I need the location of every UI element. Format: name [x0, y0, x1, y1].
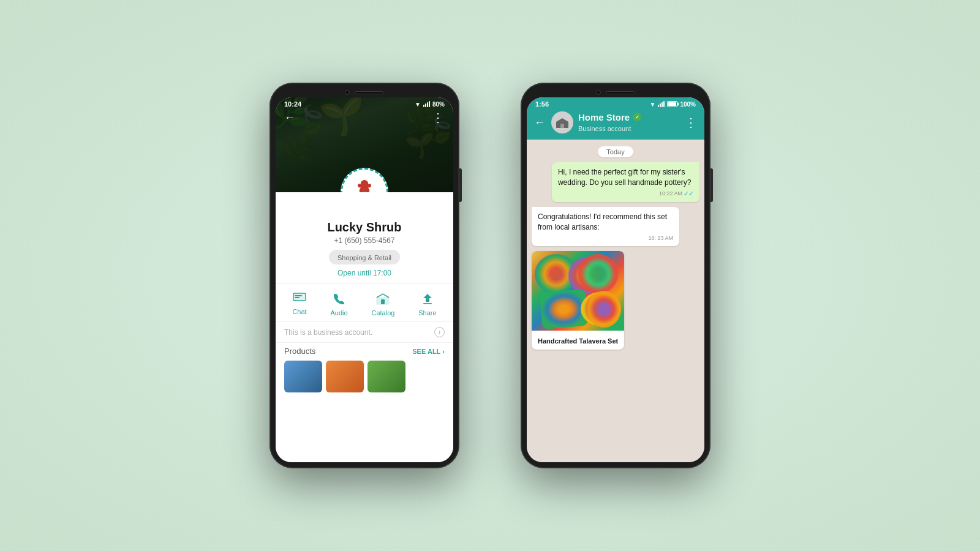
status-bar-phone2: 1:56 ▼ [527, 97, 704, 108]
share-label: Share [418, 309, 436, 317]
business-note-text: This is a business account. [284, 328, 372, 337]
info-icon[interactable]: i [434, 327, 445, 337]
action-buttons: Chat Audio [276, 283, 453, 321]
received-time: 10: 23 AM [649, 235, 674, 241]
more-button-phone1[interactable]: ⋮ [432, 110, 445, 125]
phone-camera [345, 90, 350, 95]
sent-time: 10:22 AM [659, 190, 682, 197]
phone-speaker [355, 91, 384, 94]
business-note-section: This is a business account. i [276, 321, 453, 342]
product-image [532, 251, 624, 331]
signal-bars-phone2 [658, 101, 665, 107]
chat-header-info: Home Store ✓ Business account [578, 112, 680, 133]
phone2-screen: 1:56 ▼ [527, 97, 704, 462]
see-all-button[interactable]: SEE ALL › [412, 348, 445, 355]
product-thumbs [276, 359, 453, 394]
business-name: Lucky Shrub [327, 220, 401, 234]
status-bar-phone1: 10:24 ▼ 80% [276, 97, 453, 108]
date-label: Today [532, 146, 699, 157]
time-phone2: 1:56 [535, 100, 549, 108]
category-tag: Shopping & Retail [329, 250, 400, 264]
sent-ticks: ✓✓ [684, 190, 693, 197]
battery-phone1: 80% [432, 101, 445, 108]
message-sent: Hi, I need the perfect gift for my siste… [552, 162, 699, 202]
catalog-button[interactable]: Catalog [371, 293, 394, 317]
business-phone: +1 (650) 555-4567 [334, 236, 394, 245]
phone-1: 🌿 🍃 🌱 🌿 🍃 🌿 🌱 10:24 ▼ [270, 83, 459, 468]
phone2-speaker [606, 91, 635, 94]
wifi-icon-phone1: ▼ [415, 101, 421, 108]
product-thumb-2 [326, 361, 364, 392]
svg-rect-8 [423, 303, 432, 304]
products-label: Products [284, 347, 315, 356]
business-avatar [551, 111, 573, 133]
chat-button[interactable]: Chat [292, 293, 306, 317]
message-received: Congratulations! I'd recommend this set … [532, 207, 679, 246]
svg-rect-0 [364, 190, 365, 192]
verified-badge: ✓ [633, 113, 641, 121]
audio-label: Audio [330, 309, 347, 317]
chat-header: ← Home Store [527, 108, 704, 140]
back-button-phone1[interactable]: ← [284, 111, 295, 124]
phone1-screen: 🌿 🍃 🌱 🌿 🍃 🌿 🌱 10:24 ▼ [276, 97, 453, 462]
svg-rect-4 [295, 295, 302, 296]
phone-2: 1:56 ▼ [521, 83, 710, 468]
signal-bars-phone1 [423, 101, 430, 107]
audio-button[interactable]: Audio [330, 293, 347, 317]
products-section: Products SEE ALL › [276, 342, 453, 359]
sent-message-text: Hi, I need the perfect gift for my siste… [558, 167, 693, 189]
product-card[interactable]: Handcrafted Talavera Set [532, 251, 624, 350]
catalog-label: Catalog [371, 309, 394, 317]
product-thumb-3 [368, 361, 405, 392]
product-thumb-1 [284, 361, 322, 392]
back-button-phone2[interactable]: ← [534, 116, 545, 129]
chat-subtitle: Business account [578, 125, 631, 132]
chat-label: Chat [292, 308, 306, 315]
time-phone1: 10:24 [284, 100, 301, 108]
chat-messages: Today Hi, I need the perfect gift for my… [527, 140, 704, 462]
open-status: Open until 17:00 [337, 269, 391, 277]
wifi-icon-phone2: ▼ [650, 101, 656, 108]
svg-rect-10 [560, 124, 564, 128]
phone2-camera [596, 90, 601, 95]
battery-phone2: 100% [680, 101, 696, 108]
business-info: Lucky Shrub +1 (650) 555-4567 Shopping &… [276, 192, 453, 462]
received-message-text: Congratulations! I'd recommend this set … [538, 212, 673, 233]
product-title: Handcrafted Talavera Set [538, 337, 618, 345]
svg-rect-7 [381, 299, 385, 304]
share-button[interactable]: Share [418, 293, 436, 317]
svg-rect-5 [295, 297, 300, 298]
more-button-phone2[interactable]: ⋮ [685, 115, 697, 130]
business-name-chat: Home Store [578, 112, 630, 122]
